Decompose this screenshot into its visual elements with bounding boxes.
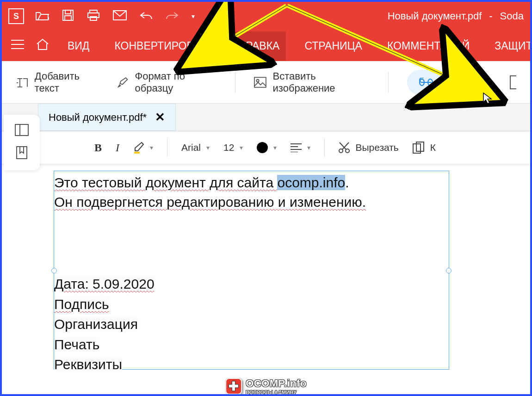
plus-icon: ✚ xyxy=(225,378,242,395)
svg-rect-1 xyxy=(65,10,71,14)
svg-rect-12 xyxy=(15,124,28,136)
text-frame[interactable]: Это тестовый документ для сайта ocomp.in… xyxy=(54,171,449,370)
main-menu: ВИД КОНВЕРТИРОВАТЬ ПРАВКА СТРАНИЦА КОММЕ… xyxy=(2,31,530,61)
open-icon[interactable] xyxy=(35,10,49,23)
menu-comment[interactable]: КОММЕНТАРИЙ xyxy=(381,31,476,61)
copy-button[interactable]: К xyxy=(413,142,436,154)
svg-point-8 xyxy=(256,79,259,81)
menu-edit[interactable]: ПРАВКА xyxy=(232,31,286,61)
selected-text: ocomp.info xyxy=(277,175,345,190)
insert-image-button[interactable]: Вставить изображение xyxy=(254,70,370,94)
italic-button[interactable]: I xyxy=(116,142,119,154)
svg-point-14 xyxy=(339,149,343,153)
redo-icon[interactable] xyxy=(166,11,179,22)
font-color-button[interactable]: ▾ xyxy=(257,142,277,153)
mail-icon[interactable] xyxy=(113,10,127,22)
link-icon xyxy=(419,78,433,87)
save-icon[interactable] xyxy=(62,9,74,23)
separator xyxy=(235,72,235,93)
menu-convert[interactable]: КОНВЕРТИРОВАТЬ xyxy=(108,31,219,61)
align-left-icon xyxy=(291,143,302,152)
paragraph-2[interactable]: Дата: 5.09.2020 Подпись Организация Печа… xyxy=(54,272,449,375)
cut-button[interactable]: Вырезать xyxy=(339,142,398,154)
color-swatch xyxy=(257,142,268,153)
svg-rect-13 xyxy=(17,147,27,159)
add-text-button[interactable]: Добавить текст xyxy=(16,70,99,94)
menu-view[interactable]: ВИД xyxy=(61,31,96,61)
app-name: Soda xyxy=(500,10,524,22)
watermark-logo: ✚ OCOMP.info ВОПРОСЫ АДМИНУ xyxy=(225,377,307,395)
font-family-select[interactable]: Arial ▾ xyxy=(181,142,210,153)
paragraph-1[interactable]: Это тестовый документ для сайта ocomp.in… xyxy=(54,171,449,212)
scissors-icon xyxy=(339,142,350,154)
quick-access-toolbar: ▾ xyxy=(35,9,195,23)
menu-page[interactable]: СТРАНИЦА xyxy=(298,31,369,61)
title-text: Новый документ.pdf - Soda xyxy=(388,10,524,22)
highlight-button[interactable]: ▾ xyxy=(133,142,153,154)
ribbon-toolbar: Добавить текст Формат по образцу Вставит… xyxy=(2,61,530,104)
document-title: Новый документ.pdf xyxy=(388,10,482,22)
chevron-down-icon: ▾ xyxy=(307,144,310,151)
format-painter-button[interactable]: Формат по образцу xyxy=(118,70,217,94)
text-cursor-icon xyxy=(16,76,28,88)
marker-icon xyxy=(133,142,144,154)
document-page: Это тестовый документ для сайта ocomp.in… xyxy=(44,164,528,392)
hamburger-icon[interactable] xyxy=(11,39,24,52)
undo-icon[interactable] xyxy=(140,11,153,22)
copy-icon xyxy=(413,142,425,154)
font-size-select[interactable]: 12 ▾ xyxy=(223,142,243,153)
svg-rect-7 xyxy=(254,77,266,87)
app-badge: S xyxy=(8,8,24,24)
document-tab-bar: Новый документ.pdf* ✕ xyxy=(2,104,530,131)
document-tab[interactable]: Новый документ.pdf* ✕ xyxy=(38,104,176,131)
image-icon xyxy=(254,76,266,88)
align-button[interactable]: ▾ xyxy=(291,143,310,152)
panels-icon[interactable] xyxy=(15,124,29,138)
separator xyxy=(388,72,389,93)
bold-button[interactable]: B xyxy=(94,142,102,154)
link-button[interactable]: Ссылка xyxy=(407,70,488,95)
svg-rect-2 xyxy=(65,16,71,20)
side-panel-rail xyxy=(4,115,40,170)
title-bar: S ▾ Новый документ.pdf - Soda xyxy=(2,2,530,31)
qat-dropdown-icon[interactable]: ▾ xyxy=(192,12,195,20)
svg-rect-11 xyxy=(510,76,516,89)
chevron-down-icon: ▾ xyxy=(273,144,277,151)
format-toolbar: B I ▾ Arial ▾ 12 ▾ ▾ ▾ Вырезать К xyxy=(2,131,530,164)
document-viewport[interactable]: Это тестовый документ для сайта ocomp.in… xyxy=(40,136,528,392)
home-icon[interactable] xyxy=(36,38,49,53)
chevron-down-icon: ▾ xyxy=(240,144,243,151)
chevron-down-icon: ▾ xyxy=(150,144,153,151)
brush-icon xyxy=(118,76,128,88)
tab-label: Новый документ.pdf* xyxy=(49,111,147,124)
more-button[interactable] xyxy=(510,75,516,89)
print-icon[interactable] xyxy=(87,9,100,23)
chevron-down-icon: ▾ xyxy=(206,144,210,151)
svg-point-15 xyxy=(346,149,349,153)
partial-icon xyxy=(510,75,516,89)
close-tab-icon[interactable]: ✕ xyxy=(155,110,165,124)
bookmark-icon[interactable] xyxy=(16,146,27,161)
menu-protect[interactable]: ЗАЩИТА xyxy=(488,31,532,61)
